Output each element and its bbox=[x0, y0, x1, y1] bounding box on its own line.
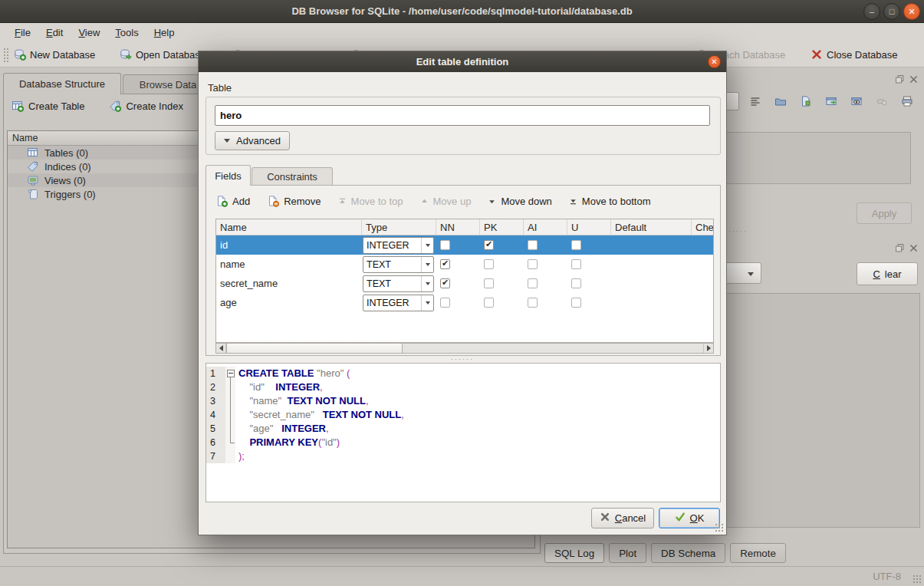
column-header-check[interactable]: Check bbox=[692, 219, 714, 235]
fold-marker[interactable] bbox=[225, 436, 235, 449]
field-name-cell[interactable]: age bbox=[216, 297, 362, 308]
column-header-default[interactable]: Default bbox=[611, 219, 692, 235]
horizontal-scrollbar[interactable] bbox=[215, 343, 714, 354]
fold-marker[interactable] bbox=[225, 422, 235, 436]
fold-marker[interactable] bbox=[225, 408, 235, 422]
toolbar-close-database[interactable]: Close Database bbox=[807, 44, 901, 64]
field-name-cell[interactable]: name bbox=[216, 258, 362, 270]
cell-apply-icon[interactable] bbox=[822, 92, 840, 110]
table-name-input[interactable] bbox=[215, 105, 710, 126]
tab-constraints[interactable]: Constraints bbox=[252, 167, 333, 186]
scroll-right-icon[interactable] bbox=[703, 344, 713, 353]
chevron-down-icon[interactable] bbox=[421, 276, 433, 291]
tab-db-schema[interactable]: DB Schema bbox=[651, 543, 725, 563]
fold-marker[interactable] bbox=[225, 367, 235, 380]
column-header-u[interactable]: U bbox=[567, 219, 611, 235]
ai-checkbox[interactable] bbox=[528, 298, 538, 308]
pk-checkbox[interactable] bbox=[484, 298, 494, 308]
pk-checkbox[interactable] bbox=[484, 259, 494, 269]
field-row[interactable]: ageINTEGER bbox=[216, 293, 713, 312]
clear-log-button[interactable]: Clear bbox=[857, 262, 918, 285]
nn-checkbox[interactable] bbox=[440, 240, 450, 250]
fold-marker[interactable] bbox=[225, 380, 235, 394]
cell-import-icon[interactable] bbox=[771, 92, 790, 110]
maximize-button[interactable]: □ bbox=[883, 3, 900, 20]
advanced-button[interactable]: Advanced bbox=[215, 131, 290, 150]
column-header-nn[interactable]: NN bbox=[436, 219, 480, 235]
resize-grip[interactable] bbox=[912, 574, 922, 584]
tab-database-structure[interactable]: Database Structure bbox=[3, 73, 121, 94]
nn-checkbox[interactable] bbox=[440, 278, 450, 288]
menu-edit[interactable]: Edit bbox=[39, 25, 70, 41]
menu-view[interactable]: View bbox=[71, 25, 107, 41]
type-combo[interactable]: INTEGER bbox=[363, 295, 434, 311]
tab-plot[interactable]: Plot bbox=[609, 543, 646, 563]
cell-link-icon[interactable] bbox=[847, 92, 866, 110]
type-combo[interactable]: TEXT bbox=[363, 256, 434, 273]
column-header-name[interactable]: Name bbox=[216, 219, 362, 235]
close-window-button[interactable]: ✕ bbox=[903, 3, 920, 20]
chevron-down-icon[interactable] bbox=[421, 238, 433, 253]
cell-mode-icon[interactable] bbox=[746, 92, 765, 110]
fold-marker[interactable] bbox=[225, 394, 235, 408]
ai-checkbox[interactable] bbox=[528, 240, 538, 250]
cell-mode-combo[interactable] bbox=[727, 92, 739, 110]
cancel-button[interactable]: Cancel bbox=[591, 508, 654, 528]
nn-checkbox[interactable] bbox=[440, 259, 450, 269]
ok-button[interactable]: OK bbox=[659, 508, 720, 528]
u-checkbox[interactable] bbox=[571, 259, 581, 269]
cell-null-icon[interactable] bbox=[873, 92, 891, 110]
column-header-ai[interactable]: AI bbox=[524, 219, 567, 235]
menu-tools[interactable]: Tools bbox=[108, 25, 145, 41]
move-to-top-button[interactable]: Move to top bbox=[338, 196, 403, 207]
ai-checkbox[interactable] bbox=[528, 278, 538, 288]
type-combo[interactable]: TEXT bbox=[363, 275, 434, 292]
sql-preview[interactable]: 1CREATE TABLE "hero" (2 "id" INTEGER,3 "… bbox=[206, 363, 721, 502]
pk-checkbox[interactable] bbox=[484, 278, 494, 288]
dialog-splitter[interactable]: ······ bbox=[199, 357, 726, 361]
dock-float-icon[interactable] bbox=[894, 242, 905, 253]
toolbar-grip[interactable] bbox=[3, 48, 8, 62]
create-table-button[interactable]: Create Table bbox=[12, 100, 84, 112]
cell-export-icon[interactable] bbox=[797, 92, 815, 110]
u-checkbox[interactable] bbox=[571, 298, 581, 308]
dock-close-icon[interactable] bbox=[908, 242, 919, 253]
field-row[interactable]: nameTEXT bbox=[216, 255, 713, 274]
remove-button[interactable]: Remove bbox=[267, 195, 321, 207]
dialog-close-icon[interactable]: ✕ bbox=[708, 55, 721, 68]
toolbar-open-database[interactable]: Open Database bbox=[117, 44, 209, 64]
menu-help[interactable]: Help bbox=[147, 25, 182, 41]
dialog-resize-grip[interactable] bbox=[715, 523, 724, 532]
apply-button[interactable]: Apply bbox=[857, 202, 912, 224]
move-to-bottom-button[interactable]: Move to bottom bbox=[569, 196, 651, 207]
menu-file[interactable]: File bbox=[8, 25, 38, 41]
chevron-down-icon[interactable] bbox=[421, 295, 433, 311]
scroll-left-icon[interactable] bbox=[216, 344, 226, 353]
ai-checkbox[interactable] bbox=[528, 259, 538, 269]
dock-float-icon[interactable] bbox=[894, 74, 905, 84]
chevron-down-icon[interactable] bbox=[421, 257, 433, 272]
move-down-button[interactable]: Move down bbox=[488, 196, 551, 207]
u-checkbox[interactable] bbox=[571, 240, 581, 250]
field-name-cell[interactable]: secret_name bbox=[216, 278, 362, 289]
dock-close-icon[interactable] bbox=[908, 74, 919, 84]
column-header-type[interactable]: Type bbox=[362, 219, 436, 235]
scrollbar-thumb[interactable] bbox=[226, 344, 403, 353]
fold-marker[interactable] bbox=[225, 449, 235, 463]
column-header-pk[interactable]: PK bbox=[480, 219, 524, 235]
add-button[interactable]: Add bbox=[215, 195, 250, 207]
toolbar-new-database[interactable]: New Database bbox=[11, 44, 98, 64]
field-row[interactable]: idINTEGER bbox=[216, 235, 713, 255]
field-name-cell[interactable]: id bbox=[216, 239, 362, 251]
field-row[interactable]: secret_nameTEXT bbox=[216, 274, 713, 293]
tab-fields[interactable]: Fields bbox=[206, 165, 251, 186]
tab-sql-log[interactable]: SQL Log bbox=[544, 543, 604, 563]
type-combo[interactable]: INTEGER bbox=[363, 237, 434, 254]
pk-checkbox[interactable] bbox=[484, 240, 494, 250]
create-index-button[interactable]: Create Index bbox=[109, 100, 182, 112]
tab-remote[interactable]: Remote bbox=[730, 543, 786, 563]
move-up-button[interactable]: Move up bbox=[420, 196, 472, 207]
cell-print-icon[interactable] bbox=[898, 92, 916, 110]
nn-checkbox[interactable] bbox=[440, 298, 450, 308]
u-checkbox[interactable] bbox=[571, 278, 581, 288]
